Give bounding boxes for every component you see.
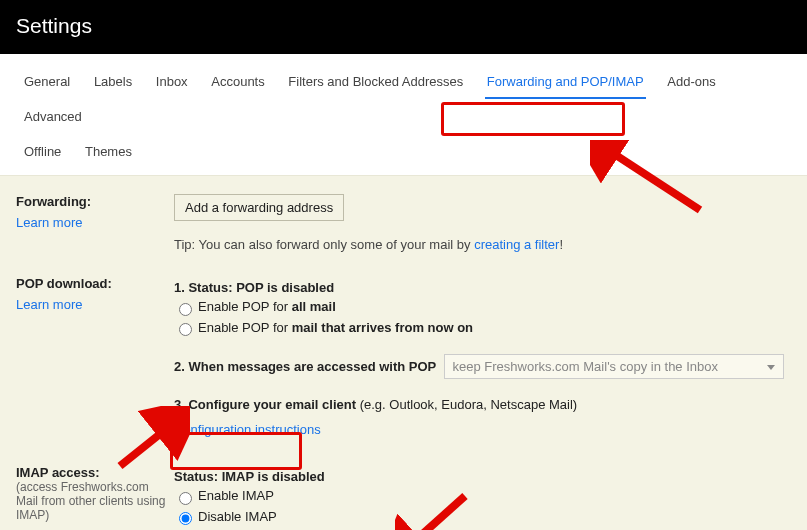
forwarding-label: Forwarding: [16, 194, 166, 209]
tab-addons[interactable]: Add-ons [659, 68, 723, 95]
imap-label: IMAP access: [16, 465, 166, 480]
tab-forwarding-pop-imap[interactable]: Forwarding and POP/IMAP [479, 68, 652, 95]
imap-radio-disable[interactable] [179, 512, 192, 525]
pop-status-prefix: 1. Status: [174, 280, 236, 295]
imap-disable-label: Disable IMAP [198, 509, 277, 524]
imap-subtext-2: Mail from other clients using [16, 494, 166, 508]
pop-status: 1. Status: POP is disabled [174, 280, 791, 295]
imap-status: Status: IMAP is disabled [174, 469, 791, 484]
imap-section: IMAP access: (access Freshworks.com Mail… [16, 457, 791, 530]
pop-opt1-bold: all mail [292, 299, 336, 314]
forwarding-tip-prefix: Tip: You can also forward only some of y… [174, 237, 474, 252]
pop-question-2: 2. When messages are accessed with POP [174, 359, 436, 374]
imap-enable-label: Enable IMAP [198, 488, 274, 503]
settings-tabs: General Labels Inbox Accounts Filters an… [0, 54, 807, 176]
tab-accounts[interactable]: Accounts [203, 68, 272, 95]
imap-subtext-3: IMAP) [16, 508, 166, 522]
pop-option-from-now[interactable]: Enable POP for mail that arrives from no… [174, 320, 791, 337]
imap-option-disable[interactable]: Disable IMAP [174, 509, 791, 526]
pop-learn-more-link[interactable]: Learn more [16, 297, 82, 312]
forwarding-tip-suffix: ! [559, 237, 563, 252]
imap-radio-enable[interactable] [179, 492, 192, 505]
pop-question-3-rest: (e.g. Outlook, Eudora, Netscape Mail) [356, 397, 577, 412]
imap-option-enable[interactable]: Enable IMAP [174, 488, 791, 505]
pop-opt2-bold: mail that arrives from now on [292, 320, 473, 335]
forwarding-tip: Tip: You can also forward only some of y… [174, 237, 791, 252]
add-forwarding-address-button[interactable]: Add a forwarding address [174, 194, 344, 221]
page-header: Settings [0, 0, 807, 54]
pop-label: POP download: [16, 276, 166, 291]
forwarding-learn-more-link[interactable]: Learn more [16, 215, 82, 230]
pop-question-3-bold: 3. Configure your email client [174, 397, 356, 412]
pop-config-instructions-link[interactable]: Configuration instructions [174, 422, 321, 437]
forwarding-section: Forwarding: Learn more Add a forwarding … [16, 186, 791, 268]
imap-subtext-1: (access Freshworks.com [16, 480, 166, 494]
pop-opt1-prefix: Enable POP for [198, 299, 292, 314]
pop-section: POP download: Learn more 1. Status: POP … [16, 268, 791, 457]
tab-offline[interactable]: Offline [16, 138, 69, 165]
pop-status-value: POP is disabled [236, 280, 334, 295]
tab-inbox[interactable]: Inbox [148, 68, 196, 95]
pop-option-all-mail[interactable]: Enable POP for all mail [174, 299, 791, 316]
creating-filter-link[interactable]: creating a filter [474, 237, 559, 252]
settings-content: Forwarding: Learn more Add a forwarding … [0, 176, 807, 530]
tab-advanced[interactable]: Advanced [16, 103, 90, 130]
pop-action-select[interactable]: keep Freshworks.com Mail's copy in the I… [444, 354, 784, 379]
tab-themes[interactable]: Themes [77, 138, 140, 165]
tab-filters[interactable]: Filters and Blocked Addresses [280, 68, 471, 95]
pop-radio-all-mail[interactable] [179, 303, 192, 316]
tab-labels[interactable]: Labels [86, 68, 140, 95]
page-title: Settings [16, 14, 92, 37]
tab-general[interactable]: General [16, 68, 78, 95]
pop-opt2-prefix: Enable POP for [198, 320, 292, 335]
pop-radio-from-now[interactable] [179, 323, 192, 336]
